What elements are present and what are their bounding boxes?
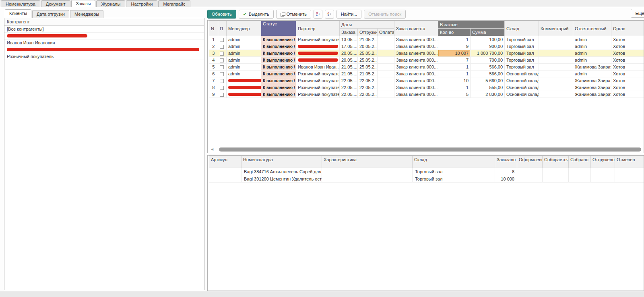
cell-comment[interactable] [539, 71, 573, 77]
cell-n[interactable]: 2 [209, 43, 218, 50]
cell-articul[interactable] [209, 175, 242, 183]
cell-sum[interactable]: 1 000 700,00 [471, 50, 505, 57]
cell-n[interactable]: 8 [209, 84, 218, 91]
cell-warehouse[interactable]: Торговый зал [505, 50, 539, 57]
top-tab-4[interactable]: Журналы [96, 0, 125, 7]
cell-n[interactable]: 1 [209, 36, 218, 43]
detail-col-cancelled[interactable]: Отменен [615, 156, 644, 168]
detail-col-shipped[interactable]: Отгружено [591, 156, 615, 168]
cell-date-order[interactable]: 22.05.... [340, 77, 358, 84]
cell-responsible[interactable]: admin [573, 43, 611, 50]
order-row[interactable]: 2adminК выполнению / ...17.05....20.05.2… [209, 43, 644, 50]
cell-n[interactable]: 7 [209, 77, 218, 84]
col-header-date-order[interactable]: Заказа [340, 29, 358, 36]
cell-warehouse[interactable]: Основной склад [505, 71, 539, 77]
cell-p[interactable] [218, 64, 227, 71]
col-header-client-order[interactable]: Заказ клиента [394, 21, 438, 36]
cell-qty[interactable]: 10 007 [438, 50, 471, 57]
cell-comment[interactable] [539, 91, 573, 98]
item-row[interactable]: Bagi 384716 Анти-плесень Спрей для удале… [209, 168, 644, 175]
cell-date-order[interactable]: 21.05.... [340, 64, 358, 71]
cell-qty[interactable]: 1 [438, 84, 471, 91]
cell-organization[interactable]: Хотов [611, 84, 644, 91]
cell-p[interactable] [218, 91, 227, 98]
cell-date-ship[interactable]: 21.05.2... [358, 71, 378, 77]
cell-characteristic[interactable] [322, 175, 413, 183]
cell-organization[interactable]: Хотов [611, 71, 644, 77]
cell-comment[interactable] [539, 77, 573, 84]
cell-status[interactable]: К выполнению / ... [261, 84, 296, 91]
col-header-n[interactable]: N [209, 21, 218, 36]
cell-organization[interactable]: Хотов [611, 36, 644, 43]
cell-sum[interactable]: 5 660,00 [471, 77, 505, 84]
select-button[interactable]: ✔Выделить [239, 10, 274, 19]
top-tab-1[interactable]: Номенклатура [1, 0, 40, 7]
order-row[interactable]: 9К выполнению / ...Розничный покупатель2… [209, 91, 644, 98]
list-item[interactable]: [Все контрагенты] [4, 26, 204, 33]
cell-organization[interactable]: Хотов [611, 43, 644, 50]
list-item[interactable]: Иванов Иван Иванович [4, 39, 204, 46]
top-tab-3[interactable]: Заказы [71, 0, 96, 7]
cell-sum[interactable]: 900,00 [471, 43, 505, 50]
cell-responsible[interactable]: Жанимова Заират [573, 64, 611, 71]
order-row[interactable]: 3adminК выполнению / ...20.05....25.05.2… [209, 50, 644, 57]
cell-manager[interactable]: admin [227, 50, 261, 57]
detail-col-nomenclature[interactable]: Номенклатура [242, 156, 322, 168]
cell-date-pay[interactable] [378, 36, 394, 43]
cell-responsible[interactable]: admin [573, 36, 611, 43]
cell-date-ship[interactable]: 25.05.2... [358, 57, 378, 64]
cell-comment[interactable] [539, 64, 573, 71]
col-header-manager[interactable]: Менеджер [227, 21, 261, 36]
top-tab-6[interactable]: Мегапрайс [158, 0, 190, 7]
cell-date-order[interactable]: 17.05.... [340, 43, 358, 50]
cell-responsible[interactable]: admin [573, 50, 611, 57]
cell-manager[interactable]: admin [227, 57, 261, 64]
col-header-warehouse[interactable]: Склад [505, 21, 539, 36]
cell-date-pay[interactable] [378, 84, 394, 91]
cell-status[interactable]: К выполнению / ... [261, 36, 296, 43]
cell-date-ship[interactable]: 20.05.2... [358, 43, 378, 50]
cell-responsible[interactable]: admin [573, 71, 611, 77]
cell-status[interactable]: К выполнению / ... [261, 64, 296, 71]
row-checkbox[interactable] [220, 58, 224, 62]
cell-date-order[interactable]: 20.05.... [340, 57, 358, 64]
cell-client-order[interactable]: Заказ клиента 000... [394, 50, 438, 57]
cell-collecting[interactable] [543, 168, 569, 175]
cell-responsible[interactable]: admin [573, 57, 611, 64]
cell-organization[interactable]: Хотов [611, 91, 644, 98]
cell-p[interactable] [218, 43, 227, 50]
cell-partner[interactable] [296, 57, 340, 64]
cell-n[interactable]: 3 [209, 50, 218, 57]
detail-col-characteristic[interactable]: Характеристика [322, 156, 413, 168]
col-header-qty[interactable]: Кол-во [438, 29, 471, 36]
row-checkbox[interactable] [220, 65, 224, 69]
row-checkbox[interactable] [220, 93, 224, 97]
cell-date-ship[interactable]: 22.05.2... [358, 91, 378, 98]
cell-shipped[interactable] [591, 168, 615, 175]
refresh-button[interactable]: Обновить [207, 10, 236, 19]
cell-comment[interactable] [539, 84, 573, 91]
cell-comment[interactable] [539, 50, 573, 57]
cell-warehouse[interactable]: Торговый зал [505, 43, 539, 50]
cell-qty[interactable]: 1 [438, 64, 471, 71]
top-tab-2[interactable]: Документ [41, 0, 70, 7]
cell-date-pay[interactable] [378, 77, 394, 84]
cell-manager[interactable] [227, 77, 261, 84]
cell-client-order[interactable]: Заказ клиента 000... [394, 64, 438, 71]
cell-warehouse[interactable]: Торговый зал [505, 36, 539, 43]
cell-collecting[interactable] [543, 175, 569, 183]
cell-partner[interactable] [296, 43, 340, 50]
col-header-dates-group[interactable]: Даты [340, 21, 394, 29]
order-row[interactable]: 7К выполнению / ...Розничный покупатель2… [209, 77, 644, 84]
cell-status[interactable]: К выполнению / ... [261, 71, 296, 77]
cell-organization[interactable]: Хотов [611, 57, 644, 64]
cell-organization[interactable]: Хотов [611, 50, 644, 57]
cell-warehouse[interactable]: Основной склад [505, 84, 539, 91]
cell-characteristic[interactable] [322, 168, 413, 175]
cell-nomenclature[interactable]: Bagi 391200 Цементин Удалитель остатков … [242, 175, 322, 183]
detail-col-collected[interactable]: Собрано [569, 156, 591, 168]
cell-qty[interactable]: 9 [438, 43, 471, 50]
cell-comment[interactable] [539, 36, 573, 43]
cell-nomenclature[interactable]: Bagi 384716 Анти-плесень Спрей для удале… [242, 168, 322, 175]
cell-sum[interactable]: 566,00 [471, 64, 505, 71]
